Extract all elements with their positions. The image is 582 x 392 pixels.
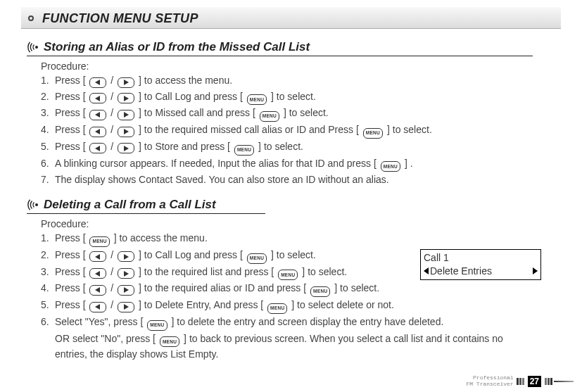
step-text: ] to access the menu.	[111, 232, 208, 244]
display-callout: Call 1 Delete Entries	[420, 249, 541, 280]
left-arrow-key-icon	[89, 77, 106, 88]
right-arrow-key-icon	[118, 302, 134, 312]
step-text: The display shows Contact Saved. You can…	[55, 174, 389, 185]
left-triangle-icon	[424, 267, 429, 274]
footer-text: Professional FM Transceiver	[466, 375, 513, 388]
step-text: Press [	[55, 107, 88, 118]
callout-line1: Call 1	[424, 251, 538, 265]
step-row: A blinking cursor appears. If needed, In…	[41, 156, 533, 172]
menu-key-icon: MENU	[89, 236, 109, 247]
step-text: /	[108, 249, 116, 260]
procedure-block-2: Procedure: Press [ MENU ] to access the …	[41, 218, 533, 362]
step-list-1: Press [ / ] to access the menu. Press [ …	[41, 73, 533, 188]
step-row: Press [ / ] to Call Log and press [ MENU…	[41, 89, 533, 106]
step-text: /	[108, 266, 116, 277]
callout-line2: Delete Entries	[424, 265, 538, 278]
page-title: FUNCTION MENU SETUP	[42, 11, 198, 26]
svg-marker-19	[124, 304, 129, 310]
section-title: Storing an Alias or ID from the Missed C…	[44, 40, 310, 54]
procedure-label: Procedure:	[41, 218, 533, 229]
subheader-deleting: Deleting a Call from a Call List	[27, 198, 265, 214]
right-arrow-key-icon	[118, 77, 134, 88]
footer-stripe-icon	[517, 378, 525, 385]
step-list-2: Press [ MENU ] to access the menu. Press…	[41, 231, 533, 331]
step-text: OR select "No", press [	[55, 333, 158, 344]
step-text: ] to select.	[268, 91, 316, 102]
step-text: ] to select.	[268, 249, 316, 260]
left-arrow-key-icon	[89, 127, 106, 137]
menu-key-icon: MENU	[260, 111, 279, 122]
step-row: Press [ / ] to the required missed call …	[41, 122, 533, 139]
right-arrow-key-icon	[118, 143, 134, 153]
step-text: ] to Store and press [	[136, 141, 233, 152]
svg-marker-16	[95, 287, 100, 293]
step-text: ] to access the menu.	[136, 75, 232, 86]
step-text: ] to select.	[281, 107, 329, 118]
header-bullet-icon	[28, 15, 34, 21]
svg-marker-6	[124, 112, 129, 118]
menu-key-icon: MENU	[247, 253, 267, 264]
menu-key-icon: MENU	[234, 145, 254, 156]
section-title: Deleting a Call from a Call List	[44, 198, 216, 212]
svg-marker-9	[95, 146, 100, 151]
step-text: ] to Delete Entry, And press [	[136, 299, 266, 310]
svg-marker-13	[124, 254, 129, 260]
step-text: Press [	[55, 232, 88, 244]
menu-key-icon: MENU	[160, 336, 179, 347]
step-text: ] .	[402, 158, 413, 169]
footer-stripe-icon	[544, 378, 574, 385]
svg-marker-2	[124, 80, 129, 85]
page-footer: Professional FM Transceiver 27	[466, 375, 574, 388]
page-header: FUNCTION MENU SETUP	[21, 7, 561, 29]
step-text: ] to the required list and press [	[136, 266, 277, 277]
step-text: /	[108, 299, 116, 310]
right-arrow-key-icon	[118, 268, 134, 279]
step-text: Press [	[55, 75, 88, 86]
step-row: Press [ / ] to the required alias or ID …	[41, 281, 533, 297]
signal-icon	[27, 41, 39, 53]
left-arrow-key-icon	[89, 285, 106, 296]
procedure-block-1: Procedure: Press [ / ] to access the men…	[41, 61, 533, 188]
step-text: ] to delete the entry and screen display…	[169, 316, 444, 327]
left-arrow-key-icon	[89, 251, 106, 262]
right-arrow-key-icon	[118, 251, 134, 262]
svg-marker-18	[95, 304, 100, 310]
step-text: ] to Missed call and press [	[136, 107, 258, 118]
left-arrow-key-icon	[89, 110, 106, 120]
step-text: /	[108, 282, 116, 293]
page-number: 27	[528, 376, 541, 387]
step-row: The display shows Contact Saved. You can…	[41, 172, 533, 188]
step-text: A blinking cursor appears. If needed, In…	[55, 158, 379, 169]
menu-key-icon: MENU	[310, 286, 330, 297]
svg-point-11	[35, 203, 38, 206]
menu-key-icon: MENU	[147, 320, 167, 331]
svg-point-0	[35, 46, 38, 49]
subheader-storing: Storing an Alias or ID from the Missed C…	[27, 40, 533, 56]
step-text: Press [	[55, 141, 88, 152]
left-arrow-key-icon	[89, 302, 106, 312]
step-text: ] to Call Log and press [	[136, 91, 246, 102]
step-text: /	[108, 107, 116, 118]
step-row: Press [ / ] to Store and press [ MENU ] …	[41, 139, 533, 156]
menu-key-icon: MENU	[363, 128, 383, 139]
right-arrow-key-icon	[118, 110, 134, 120]
step-row: Select "Yes", press [ MENU ] to delete t…	[41, 315, 533, 331]
step-text: Press [	[55, 91, 88, 102]
callout-text: Delete Entries	[430, 265, 492, 278]
step-row: Press [ / ] to access the menu.	[41, 73, 533, 89]
step-text: Select "Yes", press [	[55, 316, 146, 327]
svg-marker-14	[95, 271, 100, 277]
left-arrow-key-icon	[89, 93, 106, 103]
step-row: Press [ / ] to Missed call and press [ M…	[41, 106, 533, 122]
svg-marker-1	[95, 80, 100, 85]
step-text: ] to select.	[384, 124, 432, 135]
svg-marker-15	[124, 271, 129, 277]
step-text: Press [	[55, 299, 88, 310]
step-text: /	[108, 124, 116, 135]
svg-marker-3	[95, 96, 100, 101]
step-row: Press [ / ] to Delete Entry, And press […	[41, 298, 533, 314]
step-text: ] to select.	[299, 266, 347, 277]
signal-icon	[27, 198, 39, 211]
svg-marker-17	[124, 287, 129, 293]
section-storing: Storing an Alias or ID from the Missed C…	[21, 40, 561, 188]
